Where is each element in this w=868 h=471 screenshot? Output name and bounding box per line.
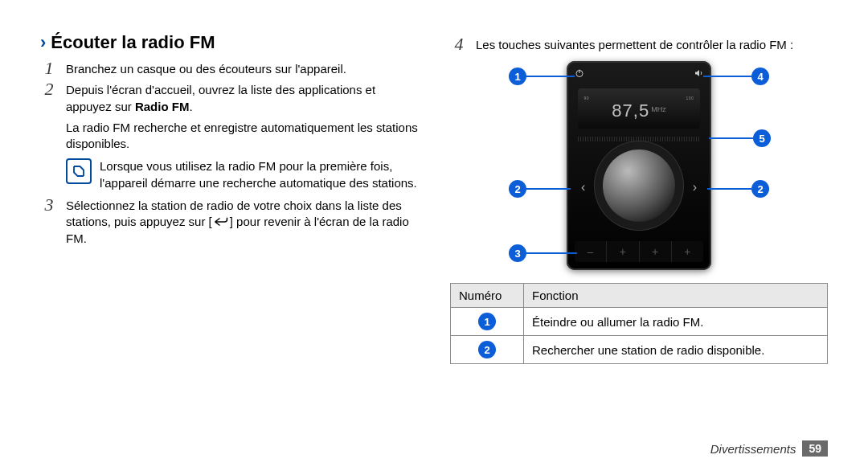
table-header-func: Fonction [524,284,828,308]
tick-label: 90 [584,96,590,100]
note-text: Lorsque vous utilisez la radio FM pour l… [100,158,418,191]
step-text: Depuis l'écran d'accueil, ouvrez la list… [66,82,418,152]
step-3: 3 Sélectionnez la station de radio de vo… [40,198,418,248]
step-subtext: La radio FM recherche et enregistre auto… [66,120,418,153]
bottom-btn: + [671,241,703,262]
step-1: 1 Branchez un casque ou des écouteurs su… [40,61,418,77]
bottom-btn: + [606,241,638,262]
callout-2-right: 2 [707,180,772,198]
bottom-btn: + [639,241,671,262]
callout-4: 4 [703,68,772,85]
tick-label: 100 [686,96,694,100]
footer-page-number: 59 [802,440,828,457]
heading-text: Écouter la radio FM [51,32,215,53]
row-function: Rechercher une station de radio disponib… [524,336,828,364]
callout-3: 3 [506,244,577,262]
step-number: 4 [450,35,468,53]
bottom-btn: ‒ [575,241,606,262]
section-heading: › Écouter la radio FM [40,32,418,53]
frequency-panel: 90 100 87,5MHz [578,88,700,129]
volume-icon [694,67,703,81]
step-number: 1 [40,59,58,77]
row-function: Éteindre ou allumer la radio FM. [524,308,828,336]
prev-station-icon: ‹ [581,180,585,195]
step-2: 2 Depuis l'écran d'accueil, ouvrez la li… [40,82,418,152]
note-icon [66,158,92,184]
step-text: Branchez un casque ou des écouteurs sur … [66,61,418,77]
callout-5: 5 [709,129,772,147]
frequency-value: 87,5 [612,100,649,121]
step-number: 3 [40,196,58,214]
radio-device: 90 100 87,5MHz ‹ › ‒ + + + [567,61,711,270]
chevron-icon: › [40,34,46,51]
note-block: Lorsque vous utilisez la radio FM pour l… [66,158,418,191]
device-illustration: 90 100 87,5MHz ‹ › ‒ + + + [506,61,772,270]
page-footer: Divertissements 59 [710,440,828,457]
tuning-dial [603,149,675,222]
step-text: Sélectionnez la station de radio de votr… [66,198,418,248]
scale-ruler [578,137,700,141]
frequency-unit: MHz [651,105,666,113]
step-4: 4 Les touches suivantes permettent de co… [450,37,828,53]
controls-table: Numéro Fonction 1 Éteindre ou allumer la… [450,283,828,364]
table-row: 2 Rechercher une station de radio dispon… [451,336,828,364]
callout-marker: 1 [509,68,526,85]
next-station-icon: › [693,180,697,195]
power-icon [575,67,584,81]
table-header-num: Numéro [451,284,524,308]
callout-marker: 4 [751,68,769,85]
footer-section: Divertissements [710,442,796,456]
callout-marker: 2 [509,180,526,198]
back-icon [214,215,228,231]
step-text: Les touches suivantes permettent de cont… [476,37,828,53]
callout-2-left: 2 [506,180,571,198]
callout-marker: 3 [509,244,526,262]
table-row: 1 Éteindre ou allumer la radio FM. [451,308,828,336]
callout-marker: 2 [751,180,769,198]
callout-marker: 5 [753,129,771,147]
left-column: › Écouter la radio FM 1 Branchez un casq… [40,32,418,455]
right-column: 4 Les touches suivantes permettent de co… [450,32,828,455]
step-number: 2 [40,80,58,98]
bottom-buttons: ‒ + + + [575,241,703,262]
callout-1: 1 [506,68,575,85]
row-marker: 1 [478,313,496,330]
row-marker: 2 [478,341,496,358]
